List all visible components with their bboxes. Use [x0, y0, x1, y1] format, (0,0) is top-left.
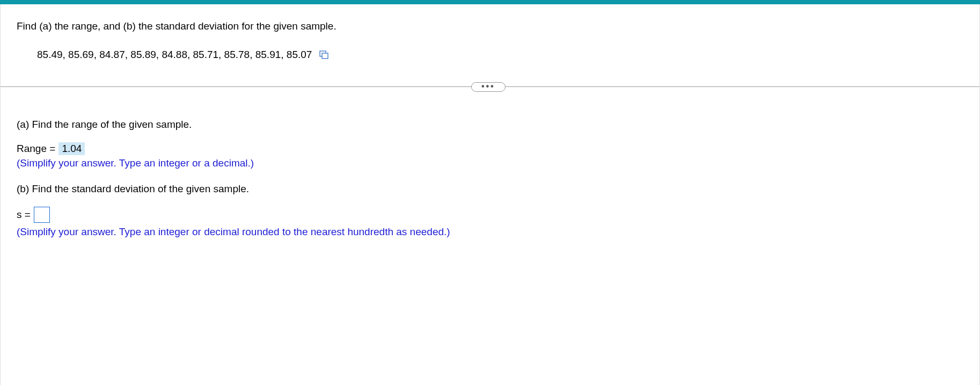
- range-answer[interactable]: 1.04: [58, 142, 85, 155]
- stddev-answer-row: s =: [17, 207, 963, 223]
- problem-statement: Find (a) the range, and (b) the standard…: [17, 19, 963, 34]
- dots-icon: •••: [481, 82, 495, 91]
- sample-data-values: 85.49, 85.69, 84.87, 85.89, 84.88, 85.71…: [37, 49, 312, 61]
- question-content: Find (a) the range, and (b) the standard…: [0, 4, 980, 385]
- range-answer-row: Range = 1.04: [17, 142, 963, 155]
- range-prefix: Range =: [17, 143, 55, 155]
- sample-data-row: 85.49, 85.69, 84.87, 85.89, 84.88, 85.71…: [17, 49, 963, 61]
- part-a-label: (a) Find the range of the given sample.: [17, 119, 963, 130]
- section-divider: •••: [1, 82, 979, 92]
- stddev-prefix: s =: [17, 209, 31, 221]
- copy-icon[interactable]: [319, 50, 329, 59]
- svg-rect-1: [322, 53, 328, 59]
- expand-pill[interactable]: •••: [471, 82, 506, 92]
- part-b-label: (b) Find the standard deviation of the g…: [17, 183, 963, 195]
- stddev-input[interactable]: [34, 207, 50, 223]
- part-b-hint: (Simplify your answer. Type an integer o…: [17, 226, 963, 238]
- top-bar: [0, 0, 980, 4]
- part-a-hint: (Simplify your answer. Type an integer o…: [17, 157, 963, 169]
